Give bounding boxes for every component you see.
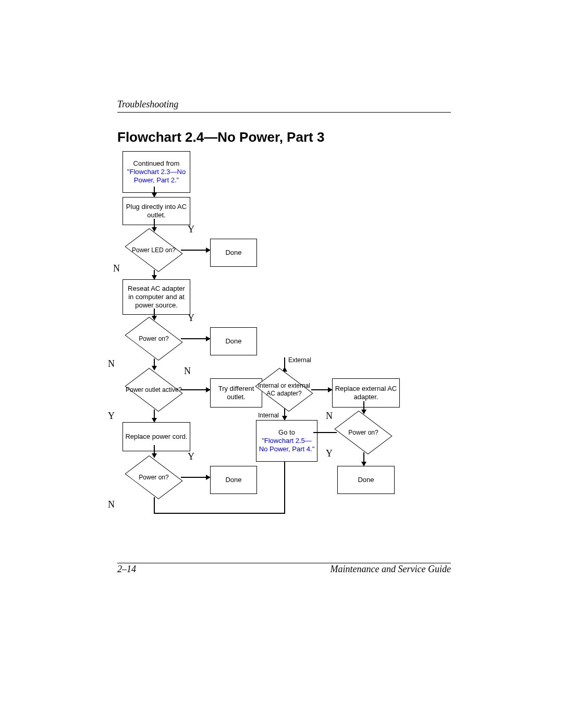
edge-label-n: N bbox=[108, 499, 115, 510]
footer-divider bbox=[117, 563, 451, 563]
node-power-on-1: Power on? bbox=[125, 318, 182, 360]
goto-prefix: Go to bbox=[278, 428, 295, 437]
edge-label-y: Y bbox=[188, 224, 194, 235]
text: Done bbox=[225, 249, 241, 257]
node-done-2: Done bbox=[210, 327, 257, 355]
node-done-1: Done bbox=[210, 239, 257, 267]
doc-title: Maintenance and Service Guide bbox=[331, 564, 451, 575]
page-header: Troubleshooting bbox=[117, 99, 451, 113]
node-power-on-2: Power on? bbox=[125, 456, 182, 498]
edge-label-n: N bbox=[108, 359, 115, 369]
node-reseat-adapter: Reseat AC adapter in computer and at pow… bbox=[123, 279, 190, 315]
connector bbox=[181, 250, 207, 251]
node-done-4: Done bbox=[337, 466, 395, 494]
connector bbox=[313, 432, 337, 433]
text: Power LED on? bbox=[125, 246, 182, 254]
node-power-led-on: Power LED on? bbox=[125, 229, 182, 271]
text: Power on? bbox=[125, 474, 182, 482]
node-continued-from: Continued from "Flowchart 2.3—No Power, … bbox=[123, 151, 190, 193]
edge-label-y: Y bbox=[108, 411, 115, 422]
link-flowchart-2-5[interactable]: "Flowchart 2.5—No Power, Part 4." bbox=[259, 437, 315, 454]
link-flowchart-2-3[interactable]: "Flowchart 2.3—No Power, Part 2." bbox=[125, 168, 188, 185]
text: Internal or external AC adapter? bbox=[255, 382, 313, 398]
edge-label-n: N bbox=[113, 263, 120, 274]
node-replace-external: Replace external AC adapter. bbox=[332, 378, 400, 408]
node-done-3: Done bbox=[210, 466, 257, 494]
node-replace-cord: Replace power cord. bbox=[123, 422, 190, 451]
text: Replace external AC adapter. bbox=[335, 385, 397, 402]
flowchart-title: Flowchart 2.4—No Power, Part 3 bbox=[117, 129, 324, 145]
connector bbox=[311, 389, 329, 390]
node-power-on-3: Power on? bbox=[335, 412, 392, 453]
text: Try different outlet. bbox=[213, 385, 260, 402]
edge-label-y: Y bbox=[188, 451, 194, 462]
page-number: 2–14 bbox=[117, 564, 136, 575]
edge-label-internal: Internal bbox=[258, 412, 279, 419]
text: Done bbox=[225, 476, 241, 484]
edge-label-external: External bbox=[288, 356, 311, 364]
page-footer: 2–14 Maintenance and Service Guide bbox=[117, 564, 451, 575]
node-try-outlet: Try different outlet. bbox=[210, 378, 262, 408]
text: Done bbox=[225, 337, 241, 346]
text: Done bbox=[358, 476, 374, 484]
connector bbox=[181, 389, 207, 390]
text: Power on? bbox=[125, 335, 182, 343]
text: Replace power cord. bbox=[125, 433, 187, 441]
node-plug-ac: Plug directly into AC outlet. bbox=[123, 197, 190, 225]
connector bbox=[154, 513, 284, 514]
node-power-outlet-active: Power outlet active? bbox=[125, 369, 182, 411]
edge-label-n: N bbox=[184, 366, 191, 377]
connector bbox=[154, 497, 155, 513]
connector bbox=[363, 452, 364, 463]
text: Reseat AC adapter in computer and at pow… bbox=[125, 285, 188, 310]
flowchart-diagram: Continued from "Flowchart 2.3—No Power, … bbox=[117, 151, 451, 537]
section-name: Troubleshooting bbox=[117, 99, 451, 110]
continued-prefix: Continued from bbox=[133, 159, 180, 168]
text: Plug directly into AC outlet. bbox=[125, 203, 188, 220]
edge-label-y: Y bbox=[188, 313, 194, 324]
edge-label-n: N bbox=[326, 411, 333, 422]
node-adapter-type: Internal or external AC adapter? bbox=[255, 369, 313, 411]
text: Power outlet active? bbox=[125, 386, 182, 394]
header-divider bbox=[117, 112, 451, 113]
text: Power on? bbox=[335, 429, 392, 437]
connector bbox=[181, 477, 207, 478]
edge-label-y: Y bbox=[326, 448, 333, 459]
node-goto-2-5: Go to "Flowchart 2.5—No Power, Part 4." bbox=[256, 420, 317, 462]
connector bbox=[181, 338, 207, 339]
